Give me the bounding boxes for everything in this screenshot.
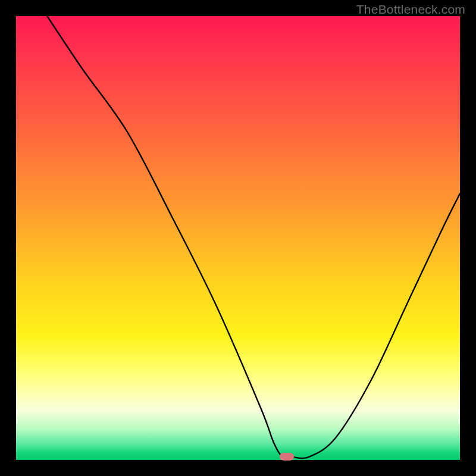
bottleneck-curve: [16, 16, 460, 460]
watermark-text: TheBottleneck.com: [356, 2, 465, 17]
chart-frame: TheBottleneck.com: [0, 0, 476, 476]
plot-area: [16, 16, 460, 460]
optimal-point-marker: [280, 453, 294, 461]
